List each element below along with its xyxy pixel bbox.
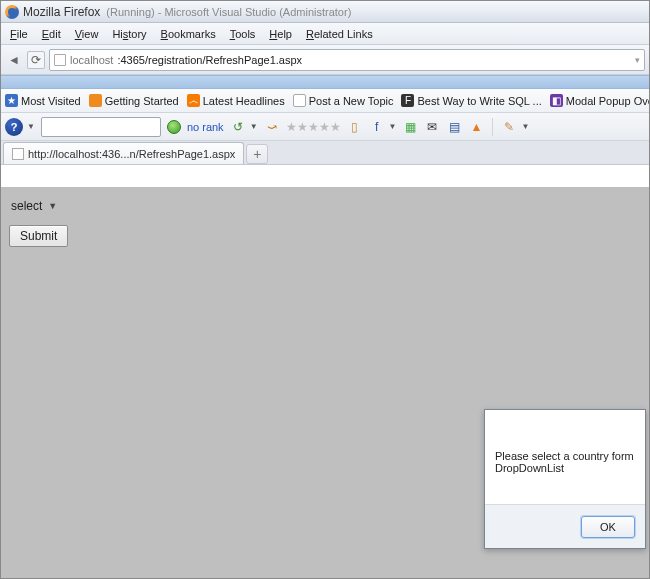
tab-title: http://localhost:436...n/RefreshPage1.as… <box>28 148 235 160</box>
tab-strip: http://localhost:436...n/RefreshPage1.as… <box>1 141 649 165</box>
reload-button[interactable]: ⟳ <box>27 51 45 69</box>
firefox-icon <box>5 5 19 19</box>
menu-view[interactable]: View <box>68 26 106 42</box>
page-icon <box>12 148 24 160</box>
menu-edit[interactable]: Edit <box>35 26 68 42</box>
seo-toolbar: ?▼ no rank ↺▼ ⤻ ★★★★★ ▯ f▼ ▦ ✉ ▤ ▲ ✎▼ <box>1 113 649 141</box>
firefox-icon <box>89 94 102 107</box>
window-titlebar: Mozilla Firefox (Running) - Microsoft Vi… <box>1 1 649 23</box>
chevron-down-icon[interactable]: ▼ <box>521 122 529 131</box>
site-identity-icon[interactable] <box>54 54 66 66</box>
chevron-down-icon[interactable]: ▼ <box>389 122 397 131</box>
window-subtitle: (Running) - Microsoft Visual Studio (Adm… <box>106 6 351 18</box>
globe-icon[interactable] <box>167 120 181 134</box>
menu-history[interactable]: History <box>105 26 153 42</box>
submit-label: Submit <box>20 229 57 243</box>
tool-icon-1[interactable]: ↺ <box>230 119 246 135</box>
norank-label[interactable]: no rank <box>187 121 224 133</box>
flame-icon[interactable]: ▲ <box>468 119 484 135</box>
tab-active[interactable]: http://localhost:436...n/RefreshPage1.as… <box>3 142 244 164</box>
menu-bookmarks[interactable]: Bookmarks <box>154 26 223 42</box>
separator <box>492 118 493 136</box>
ok-button[interactable]: OK <box>581 516 635 538</box>
dropdown-history-icon[interactable]: ▾ <box>635 55 640 65</box>
page-icon: F <box>401 94 414 107</box>
bookmark-best-way-sql[interactable]: FBest Way to Write SQL ... <box>401 94 541 107</box>
address-host: localhost <box>70 54 113 66</box>
page-icon <box>293 94 306 107</box>
bookmark-post-new-topic[interactable]: Post a New Topic <box>293 94 394 107</box>
menu-file[interactable]: File <box>3 26 35 42</box>
address-bar[interactable]: localhost:4365/registration/RefreshPage1… <box>49 49 645 71</box>
save-icon[interactable]: ▤ <box>446 119 462 135</box>
ok-label: OK <box>600 521 616 533</box>
menu-tools[interactable]: Tools <box>223 26 263 42</box>
chevron-down-icon[interactable]: ▼ <box>27 122 35 131</box>
window-title: Mozilla Firefox <box>23 5 100 19</box>
google-icon[interactable]: ▦ <box>402 119 418 135</box>
wrench-icon[interactable]: ✎ <box>501 119 517 135</box>
alert-footer: OK <box>485 504 645 548</box>
submit-button[interactable]: Submit <box>9 225 68 247</box>
bookmark-getting-started[interactable]: Getting Started <box>89 94 179 107</box>
back-button[interactable]: ◄ <box>5 51 23 69</box>
bookmark-icon: ★ <box>5 94 18 107</box>
chevron-down-icon[interactable]: ▼ <box>250 122 258 131</box>
page-icon: ◧ <box>550 94 563 107</box>
bookmark-modal-popup[interactable]: ◧Modal Popup Overlay ... <box>550 94 649 107</box>
alert-message: Please select a country form DropDownLis… <box>495 450 634 474</box>
rating-stars[interactable]: ★★★★★ <box>286 120 341 134</box>
address-path: :4365/registration/RefreshPage1.aspx <box>117 54 302 66</box>
mail-icon[interactable]: ✉ <box>424 119 440 135</box>
menu-bar: File Edit View History Bookmarks Tools H… <box>1 23 649 45</box>
tool-icon-2[interactable]: ⤻ <box>264 119 280 135</box>
book-icon[interactable]: ▯ <box>347 119 363 135</box>
nav-toolbar: ◄ ⟳ localhost:4365/registration/RefreshP… <box>1 45 649 75</box>
new-tab-button[interactable]: + <box>246 144 268 164</box>
menu-related-links[interactable]: Related Links <box>299 26 380 42</box>
rss-icon: ෴ <box>187 94 200 107</box>
menu-help[interactable]: Help <box>262 26 299 42</box>
bookmark-latest-headlines[interactable]: ෴Latest Headlines <box>187 94 285 107</box>
facebook-icon[interactable]: f <box>369 119 385 135</box>
country-dropdown[interactable]: select ▼ <box>11 199 57 213</box>
aero-strip <box>1 75 649 89</box>
alert-dialog: Please select a country form DropDownLis… <box>484 409 646 549</box>
bookmarks-toolbar: ★Most Visited Getting Started ෴Latest He… <box>1 89 649 113</box>
bookmark-most-visited[interactable]: ★Most Visited <box>5 94 81 107</box>
alert-body: Please select a country form DropDownLis… <box>485 410 645 504</box>
toolbar-search-input[interactable] <box>41 117 161 137</box>
dropdown-selected-label: select <box>11 199 42 213</box>
chevron-down-icon: ▼ <box>48 201 57 211</box>
address-right-icons: ▾ <box>635 55 640 65</box>
toolbar-info-icon[interactable]: ? <box>5 118 23 136</box>
